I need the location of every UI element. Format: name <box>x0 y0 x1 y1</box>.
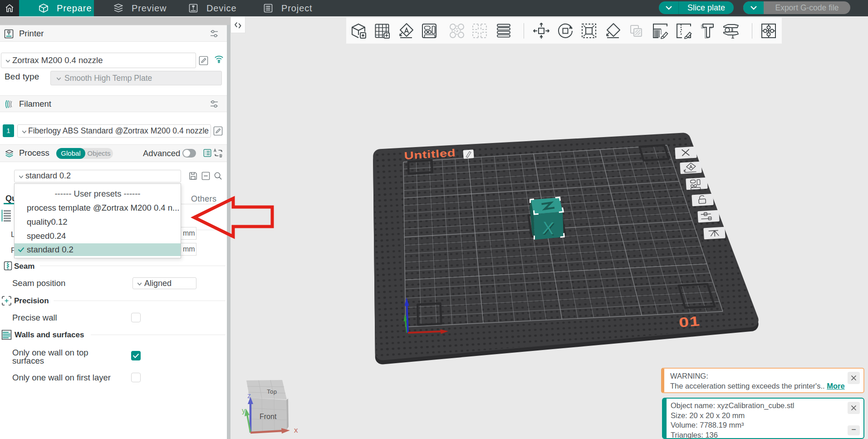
svg-text:z: z <box>247 392 251 400</box>
svg-text:Top: Top <box>267 388 277 395</box>
svg-text:y: y <box>242 407 245 414</box>
svg-text:X: X <box>542 218 554 238</box>
svg-text:Front: Front <box>260 413 277 420</box>
svg-text:x: x <box>294 426 298 434</box>
svg-text:01: 01 <box>678 313 701 330</box>
